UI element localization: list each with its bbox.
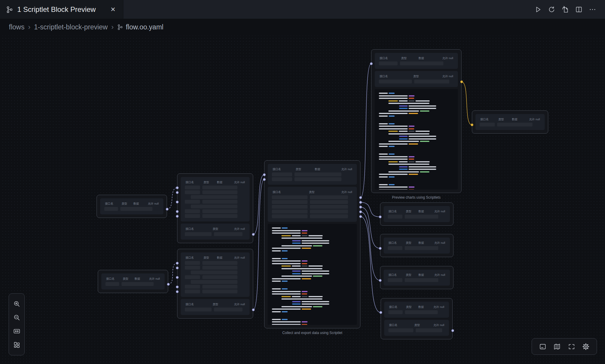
port-left[interactable]	[176, 291, 178, 293]
port-left[interactable]	[263, 174, 265, 176]
flow-edge[interactable]	[167, 188, 177, 209]
flow-edge[interactable]	[360, 207, 380, 249]
column-label: 类型	[122, 202, 127, 206]
flow-node-preview[interactable]: 接口名类型数据允许 null接口名类型允许 null	[371, 49, 461, 193]
code-token	[292, 270, 301, 272]
port-right[interactable]	[360, 201, 362, 203]
breadcrumb-item-folder[interactable]: 1-scriptlet-block-preview	[34, 23, 108, 31]
port-left[interactable]	[370, 63, 372, 65]
io-section: 接口名类型数据允许 null	[384, 238, 450, 254]
code-token	[379, 93, 388, 94]
flow-edge[interactable]	[360, 202, 380, 217]
port-right[interactable]	[360, 206, 362, 208]
flow-node-chart-target[interactable]: 接口名类型数据允许 null	[472, 110, 548, 134]
flow-edge[interactable]	[253, 175, 264, 235]
breadcrumb-item-file[interactable]: flow.oo.yaml	[117, 23, 163, 31]
code-token	[272, 260, 301, 262]
flow-node-out-1[interactable]: 接口名类型数据允许 null	[380, 202, 453, 226]
io-headers: 接口名类型允许 null	[185, 303, 245, 306]
code-token	[389, 153, 395, 155]
code-token	[389, 123, 395, 124]
port-right[interactable]	[360, 197, 362, 199]
port-left[interactable]	[379, 247, 381, 249]
port-left[interactable]	[263, 178, 265, 181]
port-left[interactable]	[176, 267, 178, 269]
port-right[interactable]	[252, 309, 254, 311]
flow-node-out-3[interactable]: 接口名类型数据允许 null	[380, 266, 453, 289]
console-panel-button[interactable]	[537, 341, 548, 352]
flow-node-out-4[interactable]: 接口名类型数据允许 null接口名类型允许 null	[381, 298, 453, 339]
flow-edge[interactable]	[360, 212, 380, 281]
flow-node-input-top[interactable]: 接口名类型数据允许 null	[97, 195, 167, 218]
more-actions-button[interactable]	[587, 4, 598, 15]
code-token	[313, 306, 322, 307]
run-flow-button[interactable]	[532, 4, 544, 15]
zoom-in-button[interactable]	[11, 298, 22, 309]
port-left[interactable]	[176, 262, 178, 264]
tab-scriptlet-block-preview[interactable]: 1 Scriptlet Block Preview ✕	[0, 0, 123, 19]
tab-close-icon[interactable]: ✕	[109, 5, 117, 13]
io-section: 接口名类型数据允许 null	[384, 270, 450, 286]
port-right[interactable]	[461, 81, 463, 83]
port-left[interactable]	[176, 276, 178, 278]
rerun-flow-button[interactable]	[546, 4, 557, 15]
open-preview-button[interactable]	[559, 4, 571, 15]
flow-canvas[interactable]: 接口名类型数据允许 null接口名类型数据允许 null接口名类型数据允许 nu…	[0, 0, 605, 364]
port-left[interactable]	[176, 192, 178, 194]
code-token	[409, 138, 436, 140]
code-token	[302, 324, 307, 325]
port-left[interactable]	[176, 215, 178, 217]
io-row	[185, 205, 245, 208]
flow-node-collector[interactable]: 接口名类型数据允许 null接口名类型允许 null	[264, 160, 360, 328]
settings-button[interactable]	[581, 341, 591, 352]
port-left[interactable]	[379, 216, 381, 218]
code-line	[272, 298, 353, 300]
flow-edge[interactable]	[461, 82, 472, 125]
code-line	[379, 141, 454, 142]
code-token	[281, 238, 322, 239]
io-row	[104, 207, 159, 211]
field-box	[310, 205, 348, 209]
flow-node-merge-top[interactable]: 接口名类型数据允许 null接口名类型允许 null	[177, 173, 253, 243]
port-left[interactable]	[176, 211, 178, 213]
port-left[interactable]	[380, 311, 382, 314]
io-row	[185, 190, 245, 194]
zoom-out-button[interactable]	[11, 312, 22, 323]
split-editor-button[interactable]	[573, 4, 585, 15]
column-label: 接口名	[272, 190, 281, 194]
minimap-button[interactable]	[552, 341, 563, 352]
port-left[interactable]	[379, 279, 381, 281]
port-right[interactable]	[252, 233, 254, 235]
io-section: 接口名类型数据允许 null	[384, 302, 449, 318]
port-left[interactable]	[176, 187, 178, 189]
flow-node-merge-bottom[interactable]: 接口名类型数据允许 null接口名类型允许 null	[177, 249, 253, 319]
port-left[interactable]	[471, 124, 473, 126]
port-right[interactable]	[167, 283, 169, 285]
split-editor-icon	[575, 6, 583, 13]
column-label: 类型	[414, 323, 420, 327]
port-right[interactable]	[360, 216, 362, 218]
port-right[interactable]	[452, 330, 454, 332]
flow-node-out-2[interactable]: 接口名类型数据允许 null	[380, 234, 453, 257]
code-token	[379, 189, 408, 190]
flow-edge[interactable]	[360, 64, 371, 198]
auto-layout-button[interactable]	[11, 340, 22, 350]
flow-edge[interactable]	[168, 263, 177, 284]
io-headers: 接口名类型数据允许 null	[388, 210, 446, 213]
fullscreen-button[interactable]	[566, 341, 577, 352]
breadcrumb-item-flows[interactable]: flows	[9, 23, 24, 31]
flow-edge[interactable]	[253, 180, 264, 310]
code-token	[308, 235, 323, 236]
field-box	[185, 285, 200, 289]
field-box	[388, 310, 403, 314]
code-line	[272, 319, 353, 320]
flow-node-input-bottom[interactable]: 接口名类型数据允许 null	[98, 270, 168, 293]
port-right[interactable]	[360, 211, 362, 213]
port-right[interactable]	[166, 208, 168, 210]
port-left[interactable]	[176, 286, 178, 288]
fit-view-button[interactable]	[11, 326, 22, 337]
flow-edge[interactable]	[360, 217, 381, 313]
port-left[interactable]	[176, 201, 178, 203]
code-token	[415, 161, 430, 162]
field-box	[480, 123, 495, 126]
